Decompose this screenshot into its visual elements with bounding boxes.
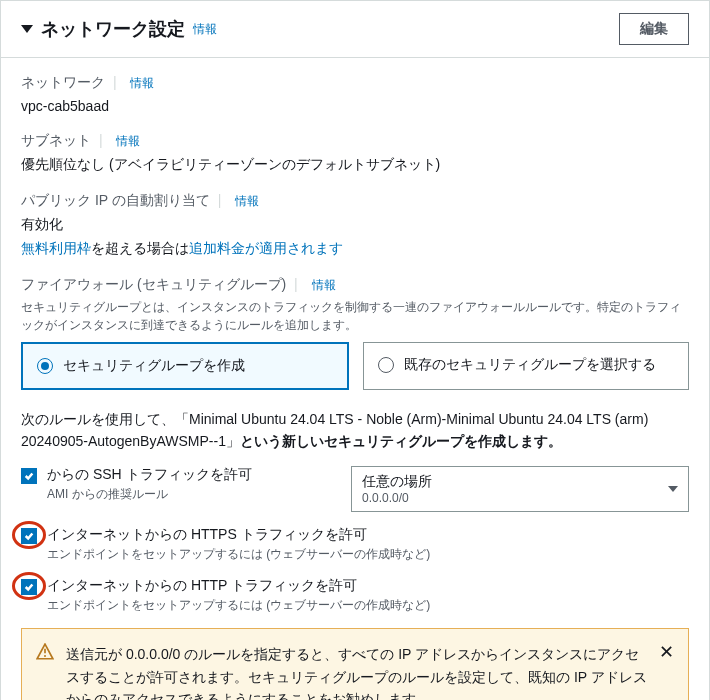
free-tier-note: 無料利用枠を超える場合は追加料金が適用されます xyxy=(21,240,689,258)
ssh-label: からの SSH トラフィックを許可 xyxy=(47,466,337,484)
http-desc: エンドポイントをセットアップするには (ウェブサーバーの作成時など) xyxy=(47,597,689,614)
panel-header: ネットワーク設定 情報 編集 xyxy=(1,1,709,58)
firewall-desc: セキュリティグループとは、インスタンスのトラフィックを制御する一連のファイアウォ… xyxy=(21,298,689,334)
free-tier-text: を超える場合は xyxy=(91,240,189,256)
select-main: 任意の場所 xyxy=(362,473,678,491)
http-row: インターネットからの HTTP トラフィックを許可 エンドポイントをセットアップ… xyxy=(21,577,689,614)
panel-body: ネットワーク | 情報 vpc-cab5baad サブネット | 情報 優先順位… xyxy=(1,58,709,700)
publicip-info-link[interactable]: 情報 xyxy=(235,194,259,208)
collapse-triangle-icon xyxy=(21,25,33,33)
radio-create-label: セキュリティグループを作成 xyxy=(63,356,245,376)
select-sub: 0.0.0.0/0 xyxy=(362,491,678,505)
radio-create-sg[interactable]: セキュリティグループを作成 xyxy=(21,342,349,390)
sg-radio-group: セキュリティグループを作成 既存のセキュリティグループを選択する xyxy=(21,342,689,390)
svg-point-2 xyxy=(44,655,46,657)
subnet-info-link[interactable]: 情報 xyxy=(116,134,140,148)
panel-title: ネットワーク設定 xyxy=(41,17,185,41)
panel-header-left[interactable]: ネットワーク設定 情報 xyxy=(21,17,217,41)
network-value: vpc-cab5baad xyxy=(21,98,689,114)
https-desc: エンドポイントをセットアップするには (ウェブサーバーの作成時など) xyxy=(47,546,689,563)
ssh-row: からの SSH トラフィックを許可 AMI からの推奨ルール 任意の場所 0.0… xyxy=(21,466,689,512)
network-settings-panel: ネットワーク設定 情報 編集 ネットワーク | 情報 vpc-cab5baad … xyxy=(0,0,710,700)
radio-icon xyxy=(37,358,53,374)
firewall-info-link[interactable]: 情報 xyxy=(312,278,336,292)
publicip-label-text: パブリック IP の自動割り当て xyxy=(21,192,210,208)
firewall-label-text: ファイアウォール (セキュリティグループ) xyxy=(21,276,286,292)
rule-text-2: 」 xyxy=(226,433,240,449)
panel-info-link[interactable]: 情報 xyxy=(193,21,217,38)
network-label-text: ネットワーク xyxy=(21,74,105,90)
publicip-label: パブリック IP の自動割り当て | 情報 xyxy=(21,192,689,210)
radio-icon xyxy=(378,357,394,373)
close-icon[interactable]: ✕ xyxy=(659,643,674,700)
warning-text: 送信元が 0.0.0.0/0 のルールを指定すると、すべての IP アドレスから… xyxy=(66,643,647,700)
firewall-field: ファイアウォール (セキュリティグループ) | 情報 セキュリティグループとは、… xyxy=(21,276,689,390)
extra-charge-link[interactable]: 追加料金が適用されます xyxy=(189,240,343,256)
ssh-checkbox[interactable] xyxy=(21,468,37,484)
radio-existing-label: 既存のセキュリティグループを選択する xyxy=(404,355,656,375)
https-label: インターネットからの HTTPS トラフィックを許可 xyxy=(47,526,689,544)
network-field: ネットワーク | 情報 vpc-cab5baad xyxy=(21,74,689,114)
separator: | xyxy=(113,74,117,90)
network-label: ネットワーク | 情報 xyxy=(21,74,689,92)
publicip-value: 有効化 xyxy=(21,216,689,234)
check-icon xyxy=(24,531,34,541)
chevron-down-icon xyxy=(668,486,678,492)
network-info-link[interactable]: 情報 xyxy=(130,76,154,90)
separator: | xyxy=(99,132,103,148)
subnet-label: サブネット | 情報 xyxy=(21,132,689,150)
radio-existing-sg[interactable]: 既存のセキュリティグループを選択する xyxy=(363,342,689,390)
rule-text-3: という新しいセキュリティグループを作成します。 xyxy=(240,433,562,449)
warning-box: 送信元が 0.0.0.0/0 のルールを指定すると、すべての IP アドレスから… xyxy=(21,628,689,700)
check-icon xyxy=(24,471,34,481)
publicip-field: パブリック IP の自動割り当て | 情報 有効化 無料利用枠を超える場合は追加… xyxy=(21,192,689,258)
sg-rule-text: 次のルールを使用して、「Minimal Ubuntu 24.04 LTS - N… xyxy=(21,408,689,453)
free-tier-link[interactable]: 無料利用枠 xyxy=(21,240,91,256)
subnet-label-text: サブネット xyxy=(21,132,91,148)
https-row: インターネットからの HTTPS トラフィックを許可 エンドポイントをセットアッ… xyxy=(21,526,689,563)
http-checkbox[interactable] xyxy=(21,579,37,595)
ssh-source-select[interactable]: 任意の場所 0.0.0.0/0 xyxy=(351,466,689,512)
subnet-value: 優先順位なし (アベイラビリティーゾーンのデフォルトサブネット) xyxy=(21,156,689,174)
check-icon xyxy=(24,582,34,592)
https-checkbox[interactable] xyxy=(21,528,37,544)
ssh-desc: AMI からの推奨ルール xyxy=(47,486,337,503)
rule-text-1: 次のルールを使用して、「 xyxy=(21,411,189,427)
separator: | xyxy=(294,276,298,292)
firewall-label: ファイアウォール (セキュリティグループ) | 情報 xyxy=(21,276,689,294)
edit-button[interactable]: 編集 xyxy=(619,13,689,45)
warning-icon xyxy=(36,643,54,661)
http-label: インターネットからの HTTP トラフィックを許可 xyxy=(47,577,689,595)
separator: | xyxy=(218,192,222,208)
subnet-field: サブネット | 情報 優先順位なし (アベイラビリティーゾーンのデフォルトサブネ… xyxy=(21,132,689,174)
